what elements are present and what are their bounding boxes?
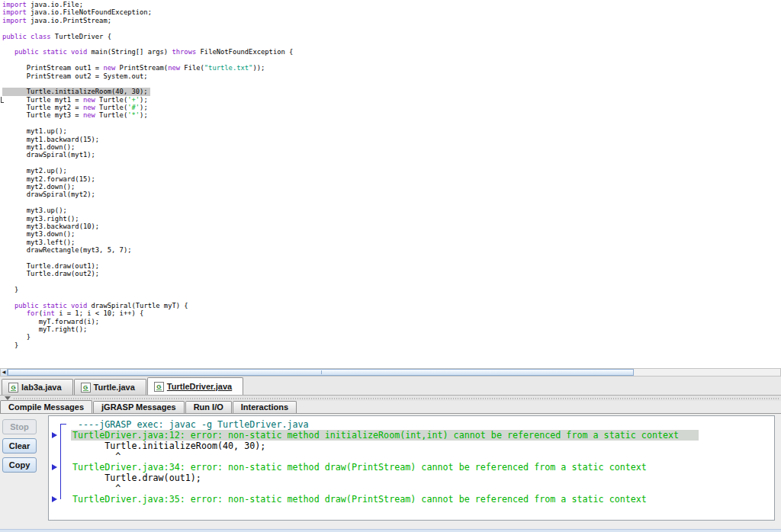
code-line[interactable] [2,24,293,32]
code-line[interactable]: for(int i = 1; i < 10; i++) { [2,309,293,317]
code-token: Turtle.draw(out2); [2,270,99,277]
compiler-error-line[interactable]: TurtleDriver.java:34: error: non-static … [72,462,774,473]
code-line[interactable] [2,199,293,207]
code-line[interactable]: myt1.up(); [2,127,293,135]
code-line[interactable] [2,278,293,286]
code-line[interactable] [2,293,293,301]
code-line[interactable]: drawRectangle(myt3, 5, 7); [2,246,293,254]
code-area[interactable]: import java.io.File;import java.io.FileN… [2,1,293,349]
editor-hscrollbar[interactable]: ◀ [0,368,781,377]
message-tab-bar: Compile MessagesjGRASP MessagesRun I/OIn… [0,401,781,414]
scroll-left-arrow-icon[interactable]: ◀ [1,369,8,376]
code-token: myt2.down(); [2,183,75,191]
code-token: TurtleDriver { [51,33,111,40]
code-line[interactable]: } [2,286,293,293]
code-token: public [2,33,27,40]
copy-button[interactable]: Copy [2,457,37,473]
compile-messages-area[interactable]: ----jGRASP exec: javac -g TurtleDriver.j… [48,415,775,521]
code-line[interactable]: myt3.down(); [2,230,293,238]
highlighted-code-line[interactable]: Turtle.initializeRoom(40, 30); [2,88,293,95]
code-token: drawSpiral(myt1); [2,151,95,159]
code-token: myT.right(); [2,325,87,333]
code-line[interactable]: myT.forward(i); [2,318,293,325]
error-marker-icon[interactable] [52,464,57,470]
error-marker-icon[interactable] [52,432,57,438]
divider-dots [14,398,779,399]
stop-button[interactable]: Stop [2,419,37,434]
status-bar [0,529,781,532]
compiler-error-line[interactable]: TurtleDriver.java:12: error: non-static … [72,430,774,441]
code-token: drawSpiral(Turtle myT) { [87,302,188,309]
code-line[interactable] [2,56,293,64]
code-token: } [2,341,18,349]
code-line[interactable] [2,40,293,48]
code-line[interactable]: public static void drawSpiral(Turtle myT… [2,302,293,309]
code-line[interactable]: myT.right(); [2,325,293,333]
code-line[interactable]: myt3.backward(10); [2,223,293,230]
code-token: new [168,64,180,72]
code-line[interactable]: myt3.right(); [2,215,293,223]
code-line[interactable] [2,80,293,88]
message-line: ----jGRASP exec: javac -g TurtleDriver.j… [72,419,774,430]
code-line[interactable]: import java.io.FileNotFoundException; [2,8,293,16]
compiler-error-line[interactable]: TurtleDriver.java:35: error: non-static … [72,494,774,505]
clear-button[interactable]: Clear [2,438,37,453]
code-line[interactable]: drawSpiral(myt1); [2,151,293,159]
messages-panel: Stop Clear Copy ----jGRASP exec: javac -… [0,414,781,532]
code-token: java.io.File; [27,1,83,8]
code-line[interactable]: Turtle myt1 = new Turtle('+'); [2,96,293,104]
message-text: TurtleDriver.java:12: error: non-static … [71,430,699,441]
code-token: new [103,64,115,72]
code-line[interactable] [2,255,293,262]
code-token: '#' [127,104,140,111]
code-line[interactable]: Turtle.draw(out1); [2,262,293,270]
file-tab-turtle-java[interactable]: GTurtle.java [74,379,146,395]
code-line[interactable]: myt1.backward(15); [2,136,293,143]
editor-pane[interactable]: import java.io.File;import java.io.FileN… [0,0,781,368]
tab-compile-messages[interactable]: Compile Messages [0,400,92,413]
code-line[interactable]: Turtle myt2 = new Turtle('#'); [2,104,293,111]
message-body: ----jGRASP exec: javac -g TurtleDriver.j… [49,416,774,520]
code-line[interactable]: } [2,341,293,349]
code-token: myt3.backward(10); [2,223,99,230]
code-line[interactable]: public static void main(String[] args) t… [2,48,293,56]
code-line[interactable]: myt3.up(); [2,207,293,214]
split-divider[interactable] [0,396,781,401]
code-line[interactable]: Turtle.draw(out2); [2,270,293,277]
code-token: import [2,1,27,8]
tab-jgrasp-messages[interactable]: jGRASP Messages [93,401,185,413]
code-token: '*' [127,111,140,119]
code-line[interactable] [2,159,293,167]
error-marker-icon[interactable] [52,496,57,502]
code-line[interactable]: Turtle myt3 = new Turtle('*'); [2,111,293,119]
tab-interactions[interactable]: Interactions [233,401,297,413]
code-line[interactable]: myt1.down(); [2,143,293,151]
message-block-tick [60,424,66,425]
file-tab-lab3a-java[interactable]: Glab3a.java [2,379,73,395]
message-text: TurtleDriver.java:35: error: non-static … [72,494,647,505]
editor-hscrollbar-thumb[interactable] [8,369,634,376]
code-line[interactable]: myt2.down(); [2,183,293,191]
code-line[interactable]: PrintStream out1 = new PrintStream(new F… [2,64,293,72]
code-token: myt1.up(); [2,127,67,135]
code-token: static [43,302,67,309]
code-token: class [31,33,50,40]
code-line[interactable]: public class TurtleDriver { [2,33,293,40]
code-token: myT.forward(i); [2,318,99,325]
code-line[interactable] [2,120,293,127]
code-line[interactable]: import java.io.File; [2,1,293,8]
code-token: ); [140,111,148,119]
code-token: myt1.down(); [2,143,75,151]
code-line[interactable]: myt2.up(); [2,167,293,175]
file-tab-turtledriver-java[interactable]: GTurtleDriver.java [147,377,243,395]
message-line: Turtle.draw(out1); [72,473,774,483]
code-line[interactable]: import java.io.PrintStream; [2,17,293,24]
code-token: myt2.forward(15); [2,175,95,183]
code-line[interactable]: myt2.forward(15); [2,175,293,183]
code-line[interactable]: myt3.left(); [2,239,293,246]
code-line[interactable]: } [2,333,293,341]
code-token: public [14,48,39,56]
code-line[interactable]: PrintStream out2 = System.out; [2,72,293,80]
tab-run-i-o[interactable]: Run I/O [185,401,232,413]
code-line[interactable]: drawSpiral(myt2); [2,191,293,198]
